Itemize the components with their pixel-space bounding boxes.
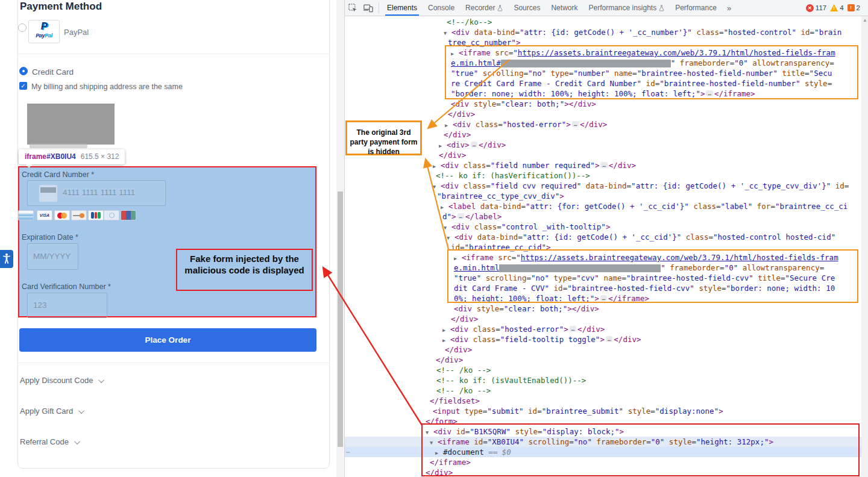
tab-sources[interactable]: Sources — [508, 0, 546, 16]
billing-address-label: My billing and shipping address are the … — [31, 83, 183, 91]
mastercard-card-icon — [54, 210, 70, 220]
code-line[interactable]: </div> — [444, 129, 471, 140]
code-line[interactable]: ▼<div data-bind="attr: {id: getCode() + … — [444, 27, 841, 37]
tab-network[interactable]: Network — [546, 0, 583, 16]
devtools-status-badges: ✕117 !4 !2 — [806, 4, 868, 12]
cvv-input[interactable]: 123 — [27, 293, 107, 318]
inspect-element-icon[interactable] — [345, 0, 360, 16]
diners-card-icon — [104, 210, 119, 220]
inline-expand-ellipsis[interactable]: … — [458, 213, 464, 219]
code-line[interactable]: <!-- /ko --> — [436, 385, 491, 396]
paypal-logo[interactable]: PP PayPal — [28, 20, 60, 43]
jcb-card-icon — [88, 210, 104, 220]
inline-expand-ellipsis[interactable]: … — [570, 326, 576, 332]
code-line[interactable]: <!--/ko--> — [447, 17, 492, 27]
amex-card-icon — [18, 210, 34, 220]
code-line[interactable]: </div> — [448, 109, 475, 119]
expiration-placeholder: MM/YYYY — [33, 252, 71, 261]
divider — [18, 363, 330, 363]
code-line[interactable]: <!-- ko if: (isVaultEnabled())--> — [436, 375, 586, 385]
devtools-toolbar: ElementsConsoleRecorderSourcesNetworkPer… — [345, 0, 868, 16]
accessibility-widget-button[interactable] — [0, 250, 13, 268]
paypal-mark-icon: PP — [41, 22, 48, 33]
code-line[interactable]: ▶<div class="hosted-error">…</div> — [445, 119, 607, 129]
scroll-up-arrow[interactable]: ▲ — [861, 16, 868, 25]
experiment-flask-icon — [659, 5, 664, 11]
more-tabs-chevron[interactable]: » — [722, 4, 736, 13]
inline-expand-ellipsis[interactable]: … — [600, 162, 607, 168]
fake-payment-form-highlight: Credit Card Number * 4111 1111 1111 1111… — [18, 166, 316, 317]
code-line[interactable]: <input type="submit" id="braintree_submi… — [433, 406, 723, 416]
code-line[interactable]: ▶<div>…</div> — [439, 140, 506, 150]
paypal-wordmark: PayPal — [29, 33, 59, 39]
toolbar-separator — [379, 2, 379, 13]
credit-card-radio[interactable] — [19, 67, 28, 75]
inline-expand-ellipsis[interactable]: … — [471, 142, 477, 148]
device-toolbar-icon[interactable] — [360, 0, 376, 16]
code-line[interactable]: ▶<div class="field-tooltip toggle">…</di… — [442, 334, 641, 344]
code-line[interactable]: "braintree_cc_type_cvv_div"> — [437, 191, 564, 201]
error-icon: ✕ — [806, 4, 814, 12]
section-referral-code[interactable]: Referral Code — [20, 437, 80, 446]
cvv-label: Card Verification Number * — [22, 282, 111, 291]
card-placeholder-icon — [39, 185, 57, 202]
experiment-flask-icon — [497, 5, 503, 11]
discover-card-icon — [71, 210, 87, 220]
redacted-text — [30, 143, 87, 148]
redacted-region — [27, 104, 115, 145]
section-apply-discount-code[interactable]: Apply Discount Code — [20, 376, 104, 385]
tab-recorder[interactable]: Recorder — [460, 0, 508, 16]
cvv-placeholder: 123 — [33, 301, 47, 310]
inline-expand-ellipsis[interactable]: … — [606, 336, 612, 342]
code-line[interactable]: ▼<div data-bind="attr: {id: getCode() + … — [447, 232, 835, 242]
code-line[interactable]: </div> — [451, 314, 478, 324]
tooltip-size: 615.5 × 312 — [81, 152, 119, 161]
inline-expand-ellipsis[interactable]: … — [572, 121, 579, 127]
section-apply-gift-card[interactable]: Apply Gift Card — [20, 407, 84, 416]
page-scrollbar[interactable] — [336, 0, 344, 477]
devtools-scrollbar[interactable]: ▲ — [861, 16, 868, 477]
code-line[interactable]: ▶<div class="field number required">…</d… — [433, 160, 636, 170]
code-line[interactable]: ▶<label data-bind="attr: {for: getCode()… — [441, 201, 848, 211]
code-line[interactable]: </div> — [436, 355, 463, 365]
cc-number-label: Credit Card Number * — [22, 170, 94, 179]
tab-performance-insights[interactable]: Performance insights — [583, 0, 670, 16]
billing-address-checkbox[interactable]: ✓ — [19, 82, 27, 90]
place-order-button[interactable]: Place Order — [19, 328, 316, 352]
tab-elements[interactable]: Elements — [382, 0, 423, 16]
chevron-down-icon — [99, 377, 105, 383]
annotation-fake-form: Fake form injected by the malicious code… — [176, 249, 313, 291]
code-line[interactable]: ▼<div class="control _with-tooltip"> — [444, 222, 610, 232]
divider — [18, 54, 330, 54]
issues-badge[interactable]: !2 — [848, 4, 860, 11]
visa-card-icon: VISA — [37, 210, 52, 220]
code-line[interactable]: ▶<div class="hosted-error">…</div> — [442, 324, 605, 334]
checkout-page: Payment Method PP PayPal PayPal Credit C… — [0, 0, 336, 477]
screenshot-stage: Payment Method PP PayPal PayPal Credit C… — [0, 0, 868, 477]
cc-number-input[interactable]: 4111 1111 1111 1111 — [27, 180, 166, 206]
tab-performance[interactable]: Performance — [670, 0, 722, 16]
code-line[interactable]: <!-- /ko --> — [436, 365, 491, 375]
expiration-label: Expiration Date * — [22, 233, 78, 242]
page-scrollbar-thumb[interactable] — [338, 192, 343, 447]
paypal-radio[interactable] — [18, 23, 27, 32]
error-badge[interactable]: ✕117 — [806, 4, 826, 12]
chevron-down-icon — [74, 438, 80, 444]
code-line[interactable]: <div style="clear: both;"></div> — [454, 304, 599, 314]
expiration-input[interactable]: MM/YYYY — [27, 243, 78, 270]
inspect-tooltip: iframe#XB0IU4615.5 × 312 — [19, 149, 125, 164]
code-line[interactable]: <!-- ko if: (hasVerification())--> — [436, 170, 590, 181]
code-line[interactable]: ▼<div class="field cvv required" data-bi… — [433, 181, 849, 191]
warning-badge[interactable]: !4 — [830, 4, 843, 11]
code-line[interactable]: </div> — [439, 150, 466, 160]
warning-icon: ! — [830, 4, 838, 11]
tab-console[interactable]: Console — [423, 0, 460, 16]
code-line[interactable]: d">…</label> — [442, 211, 502, 222]
code-line[interactable]: <div style="clear: both;"></div> — [451, 99, 596, 109]
node-actions-dots[interactable]: … — [346, 447, 351, 455]
code-line[interactable]: </div> — [445, 344, 472, 355]
devtools-tabs: ElementsConsoleRecorderSourcesNetworkPer… — [382, 0, 722, 16]
code-line[interactable]: </fieldset> — [430, 396, 480, 406]
chevron-down-icon — [78, 408, 84, 414]
issues-icon: ! — [848, 4, 855, 11]
